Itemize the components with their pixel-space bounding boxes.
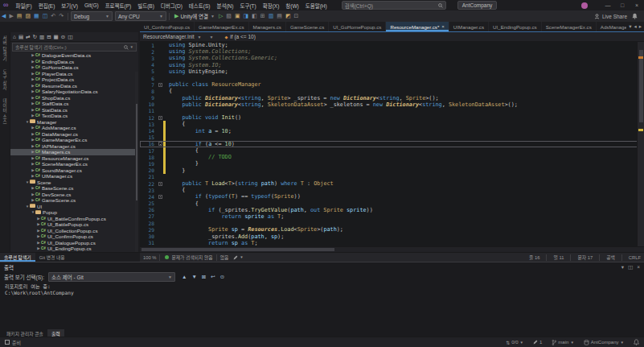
next-message-icon[interactable]: ▼: [191, 274, 196, 279]
code-line[interactable]: 29 Sprite sp = Resources.Load<Sprite>(pa…: [140, 226, 644, 233]
bookmark-icon[interactable]: ◩: [285, 11, 291, 21]
tree-file[interactable]: ▶C#BaseScene.cs: [10, 185, 138, 192]
code-line[interactable]: 7public class ResourceManager: [140, 81, 644, 88]
explorer-scrollbar[interactable]: [135, 72, 138, 252]
code-line[interactable]: 22 public T Load<T>(string path) where T…: [140, 180, 644, 187]
code-line[interactable]: 25 {: [140, 200, 644, 207]
save-icon[interactable]: ▦: [34, 11, 39, 21]
code-line[interactable]: 6: [140, 75, 644, 81]
code-line[interactable]: 3using System.Collections.Generic;: [140, 55, 644, 61]
tree-file[interactable]: ▶C#UI_BattleConfirmPopup.cs: [10, 216, 138, 222]
attach-to-unity-icon[interactable]: ▷: [219, 11, 223, 21]
repository-button[interactable]: AntCompany ▼: [584, 340, 624, 345]
tree-file[interactable]: ▶C#UI_BattlePopup.cs: [10, 221, 138, 228]
solution-explorer-icon[interactable]: ▣: [235, 11, 240, 21]
suggestions-label[interactable]: 없음: [220, 254, 229, 261]
tree-file[interactable]: ▶C#DialogueEventData.cs: [10, 52, 138, 59]
fold-marker-icon[interactable]: [158, 142, 163, 146]
solution-explorer-search[interactable]: 솔루션 탐색기 검색(Ctrl+;) ▼: [12, 43, 137, 52]
git-sync-button[interactable]: ⇅ 0/0 ▼: [506, 340, 523, 345]
git-branch-button[interactable]: main ▼: [552, 340, 573, 345]
live-share-button[interactable]: Live Share: [594, 14, 627, 19]
tree-file[interactable]: ▶C#ShopData.cs: [10, 95, 138, 101]
properties-icon[interactable]: ⊙: [61, 34, 65, 40]
menu-item[interactable]: 편집(E): [35, 2, 59, 10]
fold-marker-icon[interactable]: [158, 195, 163, 199]
menu-item[interactable]: 보기(V): [58, 2, 81, 10]
editor-tab[interactable]: UI_EndingPopup.cs: [489, 22, 542, 31]
tree-file[interactable]: ▶C#ProjectData.cs: [10, 76, 138, 83]
tree-file[interactable]: ▶C#Managers.cs: [10, 149, 138, 155]
panel-maximize-icon[interactable]: ◫: [628, 264, 633, 271]
refresh-icon[interactable]: ↻: [33, 34, 37, 40]
editor-tab[interactable]: GameManagerEx.cs: [195, 22, 248, 31]
menu-item[interactable]: 도구(T): [236, 2, 259, 10]
redo-icon[interactable]: ↷: [59, 11, 64, 21]
code-line[interactable]: 9 public Dictionary<string, Sprite> _spr…: [140, 95, 644, 101]
tree-file[interactable]: ▶C#PlayerData.cs: [10, 71, 138, 77]
code-line[interactable]: 4using System.IO;: [140, 62, 644, 68]
code-line[interactable]: 11: [140, 108, 644, 114]
tree-file[interactable]: ▶C#GameScene.cs: [10, 197, 138, 204]
clear-all-icon[interactable]: ⊠: [202, 274, 206, 280]
side-tab[interactable]: 도구 상자: [2, 69, 8, 90]
tree-file[interactable]: ▶C#ResourceManager.cs: [10, 155, 138, 162]
start-debugging-button[interactable]: ▶ Unity에 연결 ▼: [174, 12, 215, 20]
navbar-scope-dropdown[interactable]: ResourceManager.Init: [143, 34, 195, 39]
tree-file[interactable]: ▶C#UI_CollectionPopup.cs: [10, 228, 138, 234]
show-all-files-icon[interactable]: ▦: [54, 34, 59, 40]
menu-item[interactable]: 빌드(B): [134, 2, 158, 10]
editor-tab[interactable]: UIManager.cs: [449, 22, 489, 31]
notifications-bell[interactable]: [634, 339, 639, 345]
output-source-dropdown[interactable]: 소스 제어 - Git ▼: [48, 272, 175, 282]
tree-file[interactable]: ▶C#UIManager.cs: [10, 173, 138, 180]
code-line[interactable]: 21: [140, 174, 644, 180]
menu-item[interactable]: 테스트(S): [186, 2, 214, 10]
tree-file[interactable]: ▶C#DevScene.cs: [10, 192, 138, 198]
navbar-context[interactable]: ◆ if (a <= 10): [225, 34, 256, 39]
save-all-icon[interactable]: ◫: [43, 11, 48, 21]
code-line[interactable]: 13 {: [140, 121, 644, 127]
explorer-tab[interactable]: 솔루션 탐색기: [0, 253, 35, 262]
solution-badge[interactable]: AntCompany: [457, 1, 498, 10]
menu-item[interactable]: 분석(N): [213, 2, 236, 10]
code-line[interactable]: 15: [140, 134, 644, 141]
user-avatar[interactable]: [581, 2, 588, 9]
solution-platform-dropdown[interactable]: Any CPU▼: [115, 11, 166, 21]
code-line[interactable]: 27 return sprite as T;: [140, 213, 644, 220]
fold-marker-icon[interactable]: [158, 182, 163, 186]
menu-item[interactable]: 확장(X): [260, 2, 283, 10]
character-indicator[interactable]: 문자 17: [574, 254, 596, 261]
menu-item[interactable]: 프로젝트(P): [102, 2, 135, 10]
toolbox-icon[interactable]: ◧: [252, 11, 257, 21]
editor-tab[interactable]: GameScene.cs: [286, 22, 329, 31]
code-line[interactable]: 16 if (a <= 10): [140, 141, 644, 147]
tree-folder[interactable]: ▼Popup: [10, 209, 138, 216]
code-editor[interactable]: 1using Spine.Unity;2using System.Collect…: [140, 42, 644, 246]
collapse-all-icon[interactable]: ⊟: [47, 34, 51, 40]
explorer-tab[interactable]: Git 변경 내용: [35, 253, 69, 262]
zoom-level-dropdown[interactable]: 100 %: [143, 255, 156, 260]
home-icon[interactable]: ⌂: [13, 34, 16, 39]
code-line[interactable]: 10 public Dictionary<string, SkeletonDat…: [140, 101, 644, 108]
code-line[interactable]: 8{: [140, 88, 644, 94]
editor-tab[interactable]: AdsManager.cs: [597, 22, 626, 31]
navigate-back-icon[interactable]: ◀: [2, 11, 6, 21]
team-explorer-icon[interactable]: ◨: [244, 11, 249, 21]
tree-file[interactable]: ▶C#StatData.cs: [10, 107, 138, 114]
tree-file[interactable]: ▶C#SoundManager.cs: [10, 167, 138, 174]
code-line[interactable]: 20 }: [140, 167, 644, 174]
code-line[interactable]: 2using System.Collections;: [140, 48, 644, 55]
scroll-tabs-right-icon[interactable]: ▸: [639, 23, 642, 30]
fold-marker-icon[interactable]: [158, 83, 163, 87]
tree-file[interactable]: ▶C#SceneManagerEx.cs: [10, 161, 138, 167]
uncomment-icon[interactable]: ▤: [277, 11, 282, 21]
code-line[interactable]: 14 int a = 10;: [140, 127, 644, 134]
code-line[interactable]: 17 {: [140, 147, 644, 154]
minimize-button[interactable]: —: [601, 0, 615, 10]
code-line[interactable]: 19 }: [140, 160, 644, 167]
column-indicator[interactable]: 열 11: [550, 254, 567, 261]
tree-file[interactable]: ▶C#UI_ConfirmPopup.cs: [10, 233, 138, 240]
code-line[interactable]: 28: [140, 220, 644, 226]
switch-views-icon[interactable]: ▤: [18, 34, 23, 40]
